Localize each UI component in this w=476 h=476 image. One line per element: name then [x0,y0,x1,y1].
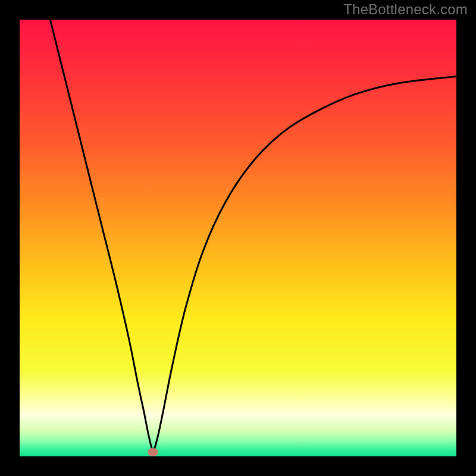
bottleneck-curve [50,20,456,450]
optimal-point-marker [148,448,158,456]
watermark-text: TheBottleneck.com [343,1,468,18]
chart-frame: TheBottleneck.com [0,0,476,476]
curve-layer [20,20,456,456]
plot-area [20,20,456,456]
